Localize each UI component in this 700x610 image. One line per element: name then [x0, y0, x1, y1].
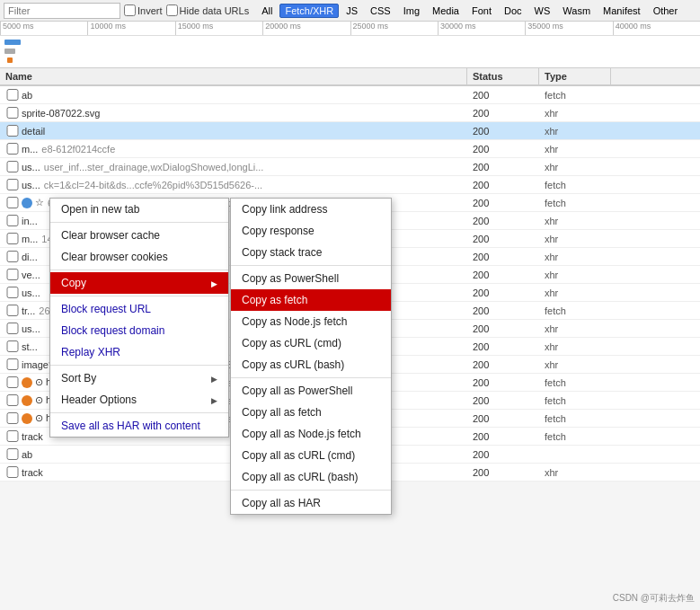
tab-wasm[interactable]: Wasm [557, 4, 596, 18]
submenu-item-copy-all-as-curl-cmd[interactable]: Copy all as cURL (cmd) [231, 445, 391, 466]
menu-item-clear-cache[interactable]: Clear browser cache [50, 225, 228, 246]
table-row[interactable]: us...user_inf...ster_drainage,wxDialogSh… [0, 158, 700, 176]
tab-img[interactable]: Img [398, 4, 425, 18]
tab-ws[interactable]: WS [529, 4, 556, 18]
submenu-item-copy-as-fetch[interactable]: Copy as fetch [231, 289, 391, 311]
table-row[interactable]: sprite-087022.svg200xhr [0, 104, 700, 122]
invert-label: Invert [137, 5, 163, 16]
menu-item-label: Clear browser cookies [61, 251, 168, 263]
table-row[interactable]: us...ck=1&cl=24-bit&ds...ccfe%26pid%3D51… [0, 176, 700, 194]
filter-section [4, 3, 120, 19]
menu-item-label: Copy [61, 277, 86, 289]
row-checkbox[interactable] [5, 125, 20, 137]
td-status: 200 [467, 194, 539, 211]
hide-data-urls-checkbox-label[interactable]: Hide data URLs [166, 4, 250, 16]
tab-other[interactable]: Other [648, 4, 684, 18]
td-status: 200 [467, 338, 539, 355]
menu-item-replay-xhr[interactable]: Replay XHR [50, 341, 228, 363]
ruler-tick: 35000 ms [525, 22, 612, 35]
row-name: track [22, 431, 43, 442]
menu-item-header-options[interactable]: Header Options [50, 389, 228, 411]
td-status: 200 [467, 428, 539, 445]
menu-item-open-new-tab[interactable]: Open in new tab [50, 199, 228, 220]
row-checkbox[interactable] [5, 233, 20, 244]
submenu-item-copy-all-as-nodejs[interactable]: Copy all as Node.js fetch [231, 423, 391, 445]
row-checkbox[interactable] [5, 179, 20, 190]
copy-submenu: Copy link addressCopy responseCopy stack… [230, 198, 392, 482]
row-checkbox[interactable] [5, 251, 20, 262]
menu-item-clear-cookies[interactable]: Clear browser cookies [50, 246, 228, 268]
filter-input[interactable] [4, 3, 120, 19]
submenu-item-copy-response[interactable]: Copy response [231, 220, 391, 242]
menu-item-label: Header Options [61, 393, 137, 406]
submenu-item-copy-as-curl-bash[interactable]: Copy as cURL (bash) [231, 354, 391, 376]
submenu-item-copy-all-as-fetch[interactable]: Copy all as fetch [231, 402, 391, 423]
chevron-right-icon [211, 393, 217, 406]
menu-item-sort-by[interactable]: Sort By [50, 367, 228, 389]
invert-checkbox-label[interactable]: Invert [124, 4, 163, 16]
submenu-item-copy-as-curl-cmd[interactable]: Copy as cURL (cmd) [231, 332, 391, 354]
menu-separator [50, 222, 228, 223]
submenu-item-copy-stack-trace[interactable]: Copy stack trace [231, 242, 391, 263]
row-checkbox[interactable] [5, 287, 20, 298]
td-status: 200 [467, 122, 539, 139]
submenu-item-copy-as-nodejs[interactable]: Copy as Node.js fetch [231, 311, 391, 332]
hide-data-urls-checkbox[interactable] [166, 4, 178, 16]
ruler-tick: 25000 ms [350, 22, 438, 35]
row-checkbox[interactable] [5, 161, 20, 172]
td-name: detail [0, 122, 467, 139]
row-checkbox[interactable] [5, 269, 20, 280]
hide-data-urls-label: Hide data URLs [180, 5, 250, 16]
td-type: xhr [539, 158, 611, 175]
tab-manifest[interactable]: Manifest [598, 4, 646, 18]
row-checkbox[interactable] [5, 89, 20, 101]
timeline-bar [4, 40, 21, 45]
row-checkbox[interactable] [5, 430, 20, 442]
menu-item-save-har[interactable]: Save all as HAR with content [50, 415, 228, 437]
row-checkbox[interactable] [5, 305, 20, 316]
row-name: ab [22, 90, 32, 101]
tab-media[interactable]: Media [427, 4, 465, 18]
td-name: us...user_inf...ster_drainage,wxDialogSh… [0, 158, 467, 175]
row-checkbox[interactable] [5, 197, 20, 208]
row-checkbox[interactable] [5, 358, 20, 370]
row-checkbox[interactable] [5, 215, 20, 226]
tab-js[interactable]: JS [341, 4, 363, 18]
row-checkbox[interactable] [5, 448, 20, 460]
row-checkbox[interactable] [5, 323, 20, 334]
row-checkbox[interactable] [5, 107, 20, 119]
circle-icon-blue [22, 198, 32, 208]
table-row[interactable]: detail200xhr [0, 122, 700, 140]
row-checkbox[interactable] [5, 412, 20, 424]
td-type: xhr [539, 212, 611, 229]
td-type: fetch [539, 86, 611, 103]
td-name: m...e8-612f0214ccfe [0, 140, 467, 157]
table-row[interactable]: m...e8-612f0214ccfe200xhr [0, 140, 700, 158]
row-checkbox[interactable] [5, 394, 20, 406]
row-checkbox[interactable] [5, 143, 20, 155]
tab-doc[interactable]: Doc [499, 4, 527, 18]
table-header: Name Status Type [0, 68, 700, 86]
tab-font[interactable]: Font [466, 4, 497, 18]
td-status: 200 [467, 392, 539, 409]
tab-all[interactable]: All [256, 4, 278, 18]
menu-item-label: Open in new tab [61, 203, 139, 216]
menu-item-block-domain[interactable]: Block request domain [50, 320, 228, 341]
submenu-item-copy-all-as-powershell[interactable]: Copy all as PowerShell [231, 380, 391, 402]
td-status: 200 [467, 410, 539, 427]
tab-fetch-xhr[interactable]: Fetch/XHR [279, 4, 339, 18]
submenu-item-copy-all-as-curl-bash[interactable]: Copy all as cURL (bash) [231, 466, 391, 482]
td-status: 200 [467, 284, 539, 301]
submenu-item-copy-as-powershell[interactable]: Copy as PowerShell [231, 268, 391, 289]
submenu-item-copy-link-address[interactable]: Copy link address [231, 199, 391, 220]
menu-item-block-url[interactable]: Block request URL [50, 298, 228, 320]
menu-item-copy[interactable]: Copy [50, 272, 228, 294]
tab-css[interactable]: CSS [365, 4, 396, 18]
row-checkbox[interactable] [5, 376, 20, 388]
table-row[interactable]: ab200fetch [0, 86, 700, 104]
td-status: 200 [467, 320, 539, 337]
invert-checkbox[interactable] [124, 4, 136, 16]
row-checkbox[interactable] [5, 466, 20, 478]
row-name: m... [22, 144, 38, 155]
row-checkbox[interactable] [5, 340, 20, 352]
